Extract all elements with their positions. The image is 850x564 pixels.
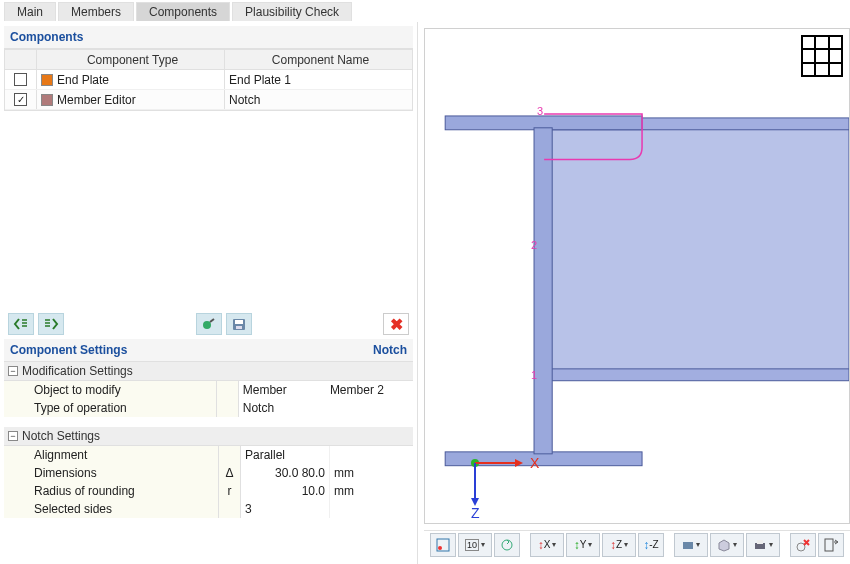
close-icon: ✖ bbox=[390, 315, 403, 334]
prop-row[interactable]: Type of operation Notch bbox=[4, 399, 413, 417]
view-cube-icon[interactable] bbox=[801, 35, 843, 77]
axis-neg-z-button[interactable]: ↕-Z bbox=[638, 533, 664, 557]
prop-row[interactable]: Alignment Parallel bbox=[4, 446, 413, 464]
settings-body: − Modification Settings Object to modify… bbox=[4, 362, 413, 560]
model-viewport[interactable]: 3 2 1 X Z bbox=[424, 28, 850, 524]
delete-button[interactable]: ✖ bbox=[383, 313, 409, 335]
group-modification-settings[interactable]: − Modification Settings bbox=[4, 362, 413, 381]
tab-components[interactable]: Components bbox=[136, 2, 230, 21]
svg-rect-3 bbox=[236, 326, 242, 329]
svg-point-21 bbox=[438, 546, 442, 550]
components-panel-title: Components bbox=[4, 26, 413, 49]
move-left-button[interactable] bbox=[8, 313, 34, 335]
svg-rect-23 bbox=[683, 542, 693, 549]
edit-button[interactable] bbox=[196, 313, 222, 335]
axis-gizmo bbox=[455, 443, 535, 513]
collapse-icon[interactable]: − bbox=[8, 431, 18, 441]
prop-row[interactable]: Selected sides 3 bbox=[4, 500, 413, 518]
svg-rect-25 bbox=[757, 540, 763, 544]
snap-button[interactable] bbox=[430, 533, 456, 557]
component-name: Notch bbox=[225, 90, 412, 109]
refresh-view-button[interactable] bbox=[494, 533, 520, 557]
tab-members[interactable]: Members bbox=[58, 2, 134, 21]
svg-point-22 bbox=[502, 540, 512, 550]
viewport-toolbar: 10 ↕X ↕Y ↕Z ↕-Z bbox=[424, 530, 850, 558]
svg-rect-9 bbox=[536, 126, 849, 373]
svg-marker-17 bbox=[515, 459, 523, 467]
render-mode-button[interactable] bbox=[674, 533, 708, 557]
print-button[interactable] bbox=[746, 533, 780, 557]
svg-rect-14 bbox=[534, 128, 552, 454]
row-checkbox[interactable]: ✓ bbox=[14, 93, 27, 106]
svg-rect-27 bbox=[825, 539, 833, 551]
prop-row[interactable]: Dimensions Δ 30.0 80.0 mm bbox=[4, 464, 413, 482]
group-notch-settings[interactable]: − Notch Settings bbox=[4, 427, 413, 446]
component-name: End Plate 1 bbox=[225, 70, 412, 89]
tab-bar: Main Members Components Plausibility Che… bbox=[0, 0, 850, 22]
components-header: Component Type Component Name bbox=[5, 50, 412, 70]
col-header-type[interactable]: Component Type bbox=[37, 50, 225, 69]
marker-2: 2 bbox=[531, 239, 537, 251]
prop-row[interactable]: Object to modify Member Member 2 bbox=[4, 381, 413, 399]
components-table: Component Type Component Name End Plate … bbox=[4, 49, 413, 111]
tab-main[interactable]: Main bbox=[4, 2, 56, 21]
components-toolbar: ✖ bbox=[4, 309, 413, 339]
axis-z-button[interactable]: ↕Z bbox=[602, 533, 636, 557]
component-type: End Plate bbox=[57, 73, 109, 87]
color-swatch bbox=[41, 74, 53, 86]
settings-panel-title: Component Settings bbox=[10, 343, 127, 357]
table-row[interactable]: ✓ Member Editor Notch bbox=[5, 90, 412, 110]
marker-1: 1 bbox=[531, 369, 537, 381]
iso-view-button[interactable] bbox=[710, 533, 744, 557]
save-button[interactable] bbox=[226, 313, 252, 335]
tab-plausibility-check[interactable]: Plausibility Check bbox=[232, 2, 352, 21]
col-header-name[interactable]: Component Name bbox=[225, 50, 412, 69]
axis-x-label: X bbox=[530, 455, 539, 471]
cancel-view-button[interactable] bbox=[790, 533, 816, 557]
axis-y-button[interactable]: ↕Y bbox=[566, 533, 600, 557]
settings-panel-subtitle: Notch bbox=[373, 343, 407, 357]
table-row[interactable]: End Plate End Plate 1 bbox=[5, 70, 412, 90]
collapse-icon[interactable]: − bbox=[8, 366, 18, 376]
detach-view-button[interactable] bbox=[818, 533, 844, 557]
move-right-button[interactable] bbox=[38, 313, 64, 335]
svg-point-0 bbox=[203, 321, 211, 329]
left-pane: Components Component Type Component Name… bbox=[0, 22, 418, 564]
axis-x-button[interactable]: ↕X bbox=[530, 533, 564, 557]
prop-row[interactable]: Radius of rounding r 10.0 mm bbox=[4, 482, 413, 500]
svg-rect-11 bbox=[536, 369, 849, 381]
component-type: Member Editor bbox=[57, 93, 136, 107]
color-swatch bbox=[41, 94, 53, 106]
axis-z-label: Z bbox=[471, 505, 480, 521]
row-checkbox[interactable] bbox=[14, 73, 27, 86]
svg-rect-4 bbox=[802, 36, 842, 76]
right-pane: 3 2 1 X Z 10 ↕X ↕Y ↕Z ↕-Z bbox=[418, 22, 850, 564]
svg-rect-2 bbox=[235, 320, 243, 324]
zoom-dropdown[interactable]: 10 bbox=[458, 533, 492, 557]
marker-3: 3 bbox=[537, 105, 543, 117]
